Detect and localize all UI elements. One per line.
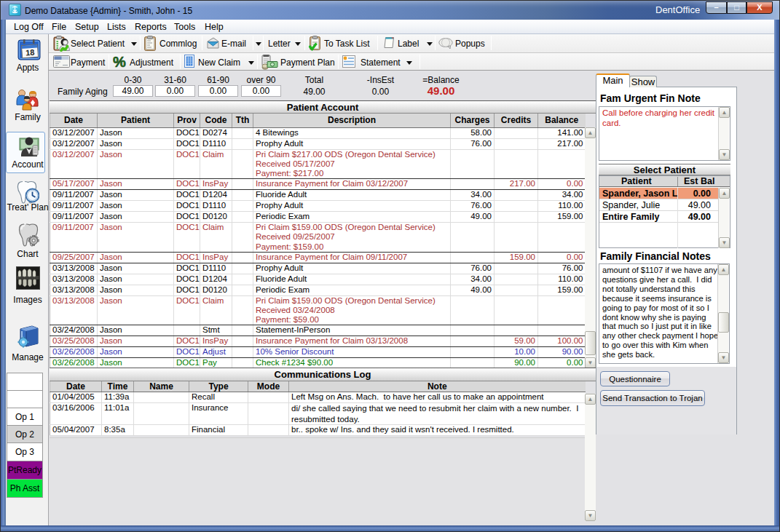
svg-text:18: 18 <box>25 48 35 57</box>
svg-text:%: % <box>113 55 126 69</box>
